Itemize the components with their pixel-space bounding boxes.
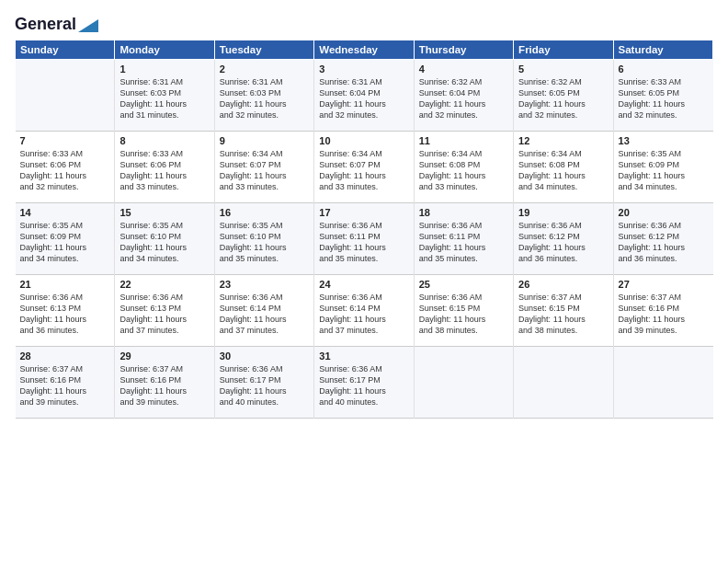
day-number: 14: [20, 207, 110, 218]
calendar-cell: 28Sunrise: 6:37 AM Sunset: 6:16 PM Dayli…: [16, 347, 115, 419]
weekday-header-wednesday: Wednesday: [314, 40, 414, 60]
cell-content: Sunrise: 6:31 AM Sunset: 6:04 PM Dayligh…: [319, 76, 408, 121]
cell-content: Sunrise: 6:37 AM Sunset: 6:16 PM Dayligh…: [20, 363, 110, 408]
day-number: 13: [619, 135, 709, 146]
day-number: 16: [220, 207, 309, 218]
day-number: 5: [518, 63, 608, 75]
logo-general: General: [15, 15, 76, 34]
weekday-header-tuesday: Tuesday: [214, 40, 313, 60]
day-number: 24: [319, 279, 408, 290]
calendar-cell: 14Sunrise: 6:35 AM Sunset: 6:09 PM Dayli…: [16, 203, 115, 275]
weekday-header-saturday: Saturday: [613, 40, 712, 60]
cell-content: Sunrise: 6:35 AM Sunset: 6:09 PM Dayligh…: [20, 220, 110, 265]
calendar-cell: 10Sunrise: 6:34 AM Sunset: 6:07 PM Dayli…: [314, 132, 414, 203]
day-number: 22: [119, 279, 209, 290]
cell-content: Sunrise: 6:36 AM Sunset: 6:13 PM Dayligh…: [119, 292, 209, 337]
calendar-week-row: 1Sunrise: 6:31 AM Sunset: 6:03 PM Daylig…: [16, 60, 713, 132]
day-number: 4: [419, 63, 508, 75]
weekday-header-sunday: Sunday: [16, 40, 115, 60]
calendar-cell: 5Sunrise: 6:32 AM Sunset: 6:05 PM Daylig…: [514, 60, 613, 132]
day-number: 31: [319, 350, 408, 362]
cell-content: Sunrise: 6:31 AM Sunset: 6:03 PM Dayligh…: [119, 76, 209, 121]
day-number: 7: [20, 135, 110, 146]
cell-content: Sunrise: 6:35 AM Sunset: 6:10 PM Dayligh…: [220, 220, 309, 265]
day-number: 23: [220, 279, 309, 290]
day-number: 8: [119, 135, 209, 146]
calendar-cell: 2Sunrise: 6:31 AM Sunset: 6:03 PM Daylig…: [214, 60, 313, 132]
calendar-week-row: 14Sunrise: 6:35 AM Sunset: 6:09 PM Dayli…: [16, 203, 713, 275]
weekday-header-row: SundayMondayTuesdayWednesdayThursdayFrid…: [16, 40, 713, 60]
cell-content: Sunrise: 6:32 AM Sunset: 6:05 PM Dayligh…: [518, 76, 608, 121]
cell-content: Sunrise: 6:33 AM Sunset: 6:06 PM Dayligh…: [20, 148, 110, 193]
page-container: General SundayMondayTuesdayWednesdayThur…: [0, 0, 728, 563]
calendar-cell: 25Sunrise: 6:36 AM Sunset: 6:15 PM Dayli…: [414, 275, 513, 347]
weekday-header-friday: Friday: [514, 40, 613, 60]
day-number: 2: [220, 63, 309, 75]
calendar-week-row: 21Sunrise: 6:36 AM Sunset: 6:13 PM Dayli…: [16, 275, 713, 347]
calendar-cell: 22Sunrise: 6:36 AM Sunset: 6:13 PM Dayli…: [115, 275, 214, 347]
calendar-cell: 30Sunrise: 6:36 AM Sunset: 6:17 PM Dayli…: [214, 347, 313, 419]
cell-content: Sunrise: 6:37 AM Sunset: 6:16 PM Dayligh…: [119, 363, 209, 408]
calendar-cell: 1Sunrise: 6:31 AM Sunset: 6:03 PM Daylig…: [115, 60, 214, 132]
day-number: 26: [518, 279, 608, 290]
calendar-week-row: 7Sunrise: 6:33 AM Sunset: 6:06 PM Daylig…: [16, 132, 713, 203]
header: General: [15, 15, 713, 30]
calendar-cell: 4Sunrise: 6:32 AM Sunset: 6:04 PM Daylig…: [414, 60, 513, 132]
day-number: 21: [20, 279, 110, 290]
day-number: 3: [319, 63, 408, 75]
cell-content: Sunrise: 6:37 AM Sunset: 6:16 PM Dayligh…: [619, 292, 709, 337]
cell-content: Sunrise: 6:33 AM Sunset: 6:05 PM Dayligh…: [619, 76, 709, 121]
cell-content: Sunrise: 6:36 AM Sunset: 6:15 PM Dayligh…: [419, 292, 508, 337]
calendar-cell: 29Sunrise: 6:37 AM Sunset: 6:16 PM Dayli…: [115, 347, 214, 419]
calendar-cell: 23Sunrise: 6:36 AM Sunset: 6:14 PM Dayli…: [214, 275, 313, 347]
calendar-cell: 16Sunrise: 6:35 AM Sunset: 6:10 PM Dayli…: [214, 203, 313, 275]
cell-content: Sunrise: 6:33 AM Sunset: 6:06 PM Dayligh…: [119, 148, 209, 193]
calendar-cell: 19Sunrise: 6:36 AM Sunset: 6:12 PM Dayli…: [514, 203, 613, 275]
calendar-cell: 15Sunrise: 6:35 AM Sunset: 6:10 PM Dayli…: [115, 203, 214, 275]
day-number: 20: [619, 207, 709, 218]
cell-content: Sunrise: 6:36 AM Sunset: 6:12 PM Dayligh…: [619, 220, 709, 265]
day-number: 30: [220, 350, 309, 362]
cell-content: Sunrise: 6:36 AM Sunset: 6:14 PM Dayligh…: [220, 292, 309, 337]
day-number: 10: [319, 135, 408, 146]
calendar-cell: 8Sunrise: 6:33 AM Sunset: 6:06 PM Daylig…: [115, 132, 214, 203]
cell-content: Sunrise: 6:36 AM Sunset: 6:12 PM Dayligh…: [518, 220, 608, 265]
calendar-cell: [414, 347, 513, 419]
cell-content: Sunrise: 6:37 AM Sunset: 6:15 PM Dayligh…: [518, 292, 608, 337]
calendar-cell: 20Sunrise: 6:36 AM Sunset: 6:12 PM Dayli…: [613, 203, 712, 275]
day-number: 27: [619, 279, 709, 290]
calendar-cell: 17Sunrise: 6:36 AM Sunset: 6:11 PM Dayli…: [314, 203, 414, 275]
cell-content: Sunrise: 6:36 AM Sunset: 6:13 PM Dayligh…: [20, 292, 110, 337]
logo: General: [15, 15, 98, 30]
cell-content: Sunrise: 6:34 AM Sunset: 6:07 PM Dayligh…: [319, 148, 408, 193]
day-number: 12: [518, 135, 608, 146]
weekday-header-thursday: Thursday: [414, 40, 513, 60]
calendar-cell: 26Sunrise: 6:37 AM Sunset: 6:15 PM Dayli…: [514, 275, 613, 347]
day-number: 6: [619, 63, 709, 75]
calendar-cell: 21Sunrise: 6:36 AM Sunset: 6:13 PM Dayli…: [16, 275, 115, 347]
calendar-cell: 18Sunrise: 6:36 AM Sunset: 6:11 PM Dayli…: [414, 203, 513, 275]
calendar-cell: 6Sunrise: 6:33 AM Sunset: 6:05 PM Daylig…: [613, 60, 712, 132]
day-number: 18: [419, 207, 508, 218]
day-number: 15: [119, 207, 209, 218]
cell-content: Sunrise: 6:31 AM Sunset: 6:03 PM Dayligh…: [220, 76, 309, 121]
logo-icon: [78, 19, 98, 32]
cell-content: Sunrise: 6:36 AM Sunset: 6:14 PM Dayligh…: [319, 292, 408, 337]
calendar-cell: 24Sunrise: 6:36 AM Sunset: 6:14 PM Dayli…: [314, 275, 414, 347]
calendar-cell: 27Sunrise: 6:37 AM Sunset: 6:16 PM Dayli…: [613, 275, 712, 347]
cell-content: Sunrise: 6:36 AM Sunset: 6:11 PM Dayligh…: [419, 220, 508, 265]
calendar-cell: [514, 347, 613, 419]
day-number: 17: [319, 207, 408, 218]
calendar-cell: 7Sunrise: 6:33 AM Sunset: 6:06 PM Daylig…: [16, 132, 115, 203]
svg-marker-0: [78, 19, 98, 32]
cell-content: Sunrise: 6:36 AM Sunset: 6:17 PM Dayligh…: [319, 363, 408, 408]
weekday-header-monday: Monday: [115, 40, 214, 60]
day-number: 9: [220, 135, 309, 146]
day-number: 29: [119, 350, 209, 362]
calendar-week-row: 28Sunrise: 6:37 AM Sunset: 6:16 PM Dayli…: [16, 347, 713, 419]
calendar-cell: 3Sunrise: 6:31 AM Sunset: 6:04 PM Daylig…: [314, 60, 414, 132]
calendar-cell: 9Sunrise: 6:34 AM Sunset: 6:07 PM Daylig…: [214, 132, 313, 203]
cell-content: Sunrise: 6:35 AM Sunset: 6:10 PM Dayligh…: [119, 220, 209, 265]
day-number: 1: [119, 63, 209, 75]
calendar-cell: 31Sunrise: 6:36 AM Sunset: 6:17 PM Dayli…: [314, 347, 414, 419]
